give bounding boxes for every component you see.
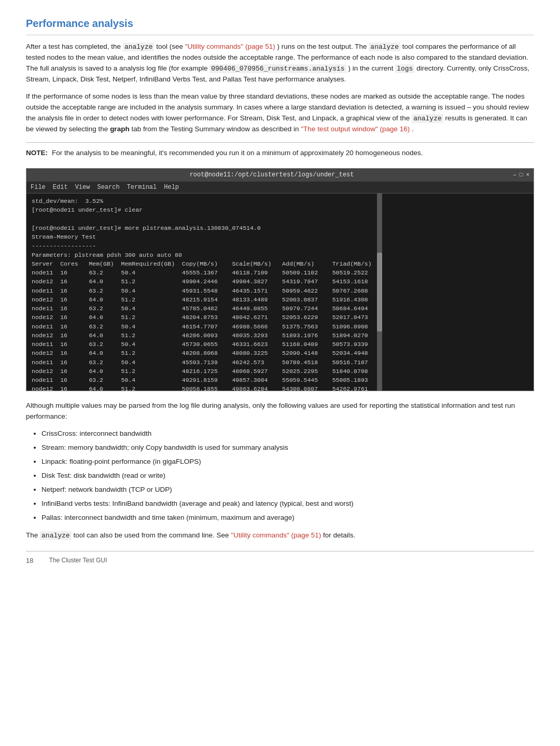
terminal-menu-search[interactable]: Search <box>97 183 119 192</box>
code-analyze-3: analyze <box>412 114 443 123</box>
terminal-body[interactable]: std_dev/mean: 3.52% [root@node11 under_t… <box>26 194 377 391</box>
doc-title: The Cluster Test GUI <box>49 556 107 566</box>
terminal-menu-edit[interactable]: Edit <box>53 183 68 192</box>
terminal-close[interactable]: × <box>526 171 529 179</box>
page-footer: 18 The Cluster Test GUI <box>26 551 534 566</box>
terminal-minimize[interactable]: – <box>513 171 516 179</box>
list-item: CrissCross: interconnect bandwidth <box>41 429 534 439</box>
bold-graph: graph <box>110 125 130 133</box>
paragraph-4: The analyze tool can also be used from t… <box>26 530 534 541</box>
paragraph-2: If the performance of some nodes is less… <box>26 91 534 135</box>
paragraph-1: After a test has completed, the analyze … <box>26 42 534 85</box>
terminal-menu-terminal[interactable]: Terminal <box>127 183 157 192</box>
list-item: Pallas: interconnect bandwidth and time … <box>41 513 534 523</box>
terminal-scrollbar[interactable] <box>377 194 382 391</box>
link-utility-commands-2[interactable]: "Utility commands" (page 51) <box>231 531 321 539</box>
note-block: NOTE: For the analysis to be meaningful,… <box>26 142 534 159</box>
terminal-window: root@node11:/opt/clustertest/logs/under_… <box>26 168 534 391</box>
list-item: Disk Test: disk bandwidth (read or write… <box>41 471 534 481</box>
list-item: Stream: memory bandwidth; only Copy band… <box>41 443 534 453</box>
code-analyze-2: analyze <box>369 43 400 51</box>
link-test-output-window[interactable]: "The test output window" (page 16) <box>301 125 410 133</box>
page-number: 18 <box>26 556 33 566</box>
code-logs-dir: logs <box>395 64 414 73</box>
code-analyze-4: analyze <box>40 531 72 540</box>
note-text: For the analysis to be meaningful, it's … <box>52 148 423 159</box>
terminal-maximize[interactable]: □ <box>520 171 523 179</box>
list-item: InfiniBand verbs tests: InfiniBand bandw… <box>41 499 534 509</box>
terminal-titlebar: root@node11:/opt/clustertest/logs/under_… <box>26 169 534 182</box>
terminal-title: root@node11:/opt/clustertest/logs/under_… <box>31 170 513 180</box>
terminal-menu-view[interactable]: View <box>75 183 90 192</box>
list-item: Netperf: network bandwidth (TCP or UDP) <box>41 485 534 495</box>
terminal-menu-help[interactable]: Help <box>164 183 179 192</box>
paragraph-3: Although multiple values may be parsed f… <box>26 400 534 422</box>
note-label: NOTE: <box>26 148 48 159</box>
terminal-menu-file[interactable]: File <box>31 183 46 192</box>
code-logfile-example: 090406_070956_runstreams.analysis <box>209 64 346 73</box>
code-analyze-1: analyze <box>123 43 155 51</box>
link-utility-commands-1[interactable]: "Utility commands" (page 51) <box>185 43 275 50</box>
list-item: Linpack: floating-point performance (in … <box>41 457 534 467</box>
page-title: Performance analysis <box>26 16 534 35</box>
bullet-list: CrissCross: interconnect bandwidth Strea… <box>41 429 534 523</box>
terminal-controls[interactable]: – □ × <box>513 171 529 179</box>
terminal-menubar: File Edit View Search Terminal Help <box>26 182 534 194</box>
